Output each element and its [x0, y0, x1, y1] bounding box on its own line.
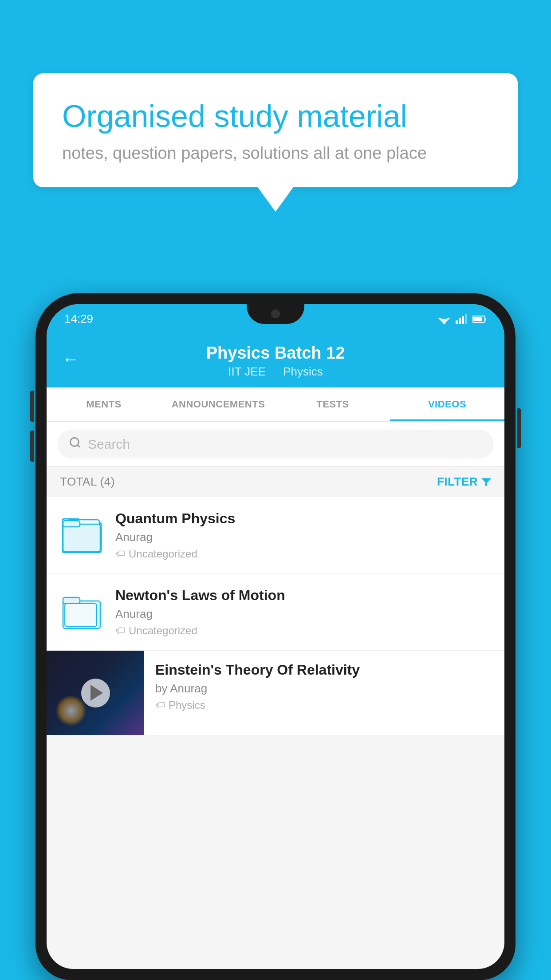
video-author: Anurag — [115, 607, 491, 621]
status-icons — [438, 314, 487, 324]
bubble-subtitle: notes, question papers, solutions all at… — [62, 144, 489, 163]
tag-icon: 🏷 — [155, 699, 165, 711]
total-count: TOTAL (4) — [60, 475, 115, 489]
app-header: ← Physics Batch 12 IIT JEE Physics — [47, 330, 504, 387]
subtitle-iitjee: IIT JEE — [228, 365, 266, 378]
svg-rect-6 — [462, 316, 464, 324]
back-button[interactable]: ← — [62, 349, 79, 368]
svg-rect-21 — [65, 604, 97, 627]
wifi-icon — [438, 314, 450, 324]
tab-bar: MENTS ANNOUNCEMENTS TESTS VIDEOS — [47, 387, 504, 422]
item-thumbnail — [60, 511, 104, 560]
play-button[interactable] — [81, 679, 110, 707]
video-tag: 🏷 Uncategorized — [115, 624, 491, 637]
video-thumbnail — [47, 651, 144, 735]
phone-screen: 14:29 — [47, 304, 504, 969]
phone-device: 14:29 — [35, 293, 516, 980]
folder-icon — [62, 591, 102, 633]
video-title: Einstein's Theory Of Relativity — [155, 662, 493, 678]
svg-rect-18 — [63, 521, 80, 527]
video-title: Newton's Laws of Motion — [115, 587, 491, 604]
video-tag: 🏷 Uncategorized — [115, 548, 491, 560]
tab-announcements[interactable]: ANNOUNCEMENTS — [161, 387, 276, 421]
filter-row: TOTAL (4) FILTER — [47, 467, 504, 497]
play-icon — [91, 685, 103, 701]
item-info: Quantum Physics Anurag 🏷 Uncategorized — [115, 510, 491, 560]
tab-ments[interactable]: MENTS — [47, 387, 161, 421]
volume-up-button — [30, 391, 34, 422]
bubble-title: Organised study material — [62, 98, 489, 135]
video-title: Quantum Physics — [115, 510, 491, 527]
svg-point-11 — [71, 438, 79, 447]
bubble-arrow — [258, 187, 293, 212]
search-placeholder: Search — [88, 437, 130, 452]
list-item[interactable]: Quantum Physics Anurag 🏷 Uncategorized — [47, 497, 504, 574]
svg-rect-4 — [456, 320, 458, 324]
svg-line-12 — [77, 445, 79, 447]
power-button — [517, 408, 521, 448]
video-tag: 🏷 Physics — [155, 699, 493, 711]
folder-icon — [62, 514, 102, 557]
notch — [247, 304, 304, 324]
svg-rect-7 — [465, 314, 467, 324]
search-bar[interactable]: Search — [58, 430, 493, 458]
status-time: 14:29 — [64, 312, 93, 326]
thumbnail-glow — [55, 695, 87, 726]
battery-icon — [472, 315, 487, 323]
search-container: Search — [47, 422, 504, 467]
front-camera — [271, 309, 280, 318]
svg-rect-20 — [63, 597, 80, 604]
speech-bubble-container: Organised study material notes, question… — [33, 73, 518, 212]
svg-rect-17 — [63, 524, 100, 552]
tab-videos[interactable]: VIDEOS — [390, 387, 504, 421]
search-icon — [69, 436, 81, 452]
video-author: Anurag — [115, 530, 491, 544]
video-list: Quantum Physics Anurag 🏷 Uncategorized — [47, 497, 504, 735]
speech-bubble: Organised study material notes, question… — [33, 73, 518, 187]
svg-rect-9 — [485, 318, 486, 320]
tag-icon: 🏷 — [115, 625, 125, 636]
svg-rect-10 — [473, 317, 482, 321]
header-title: Physics Batch 12 — [64, 344, 487, 363]
video-author: by Anurag — [155, 682, 493, 695]
volume-down-button — [30, 431, 34, 462]
header-subtitle: IIT JEE Physics — [64, 365, 487, 379]
tab-tests[interactable]: TESTS — [276, 387, 390, 421]
svg-marker-13 — [481, 478, 491, 486]
item-thumbnail — [60, 588, 104, 636]
subtitle-physics: Physics — [283, 365, 323, 378]
item-info: Einstein's Theory Of Relativity by Anura… — [144, 651, 504, 723]
item-info: Newton's Laws of Motion Anurag 🏷 Uncateg… — [115, 587, 491, 637]
list-item[interactable]: Einstein's Theory Of Relativity by Anura… — [47, 651, 504, 735]
tag-icon: 🏷 — [115, 548, 125, 560]
filter-icon — [481, 477, 491, 487]
filter-button[interactable]: FILTER — [437, 475, 491, 489]
signal-icon — [456, 314, 467, 324]
svg-rect-5 — [459, 318, 461, 324]
list-item[interactable]: Newton's Laws of Motion Anurag 🏷 Uncateg… — [47, 574, 504, 651]
